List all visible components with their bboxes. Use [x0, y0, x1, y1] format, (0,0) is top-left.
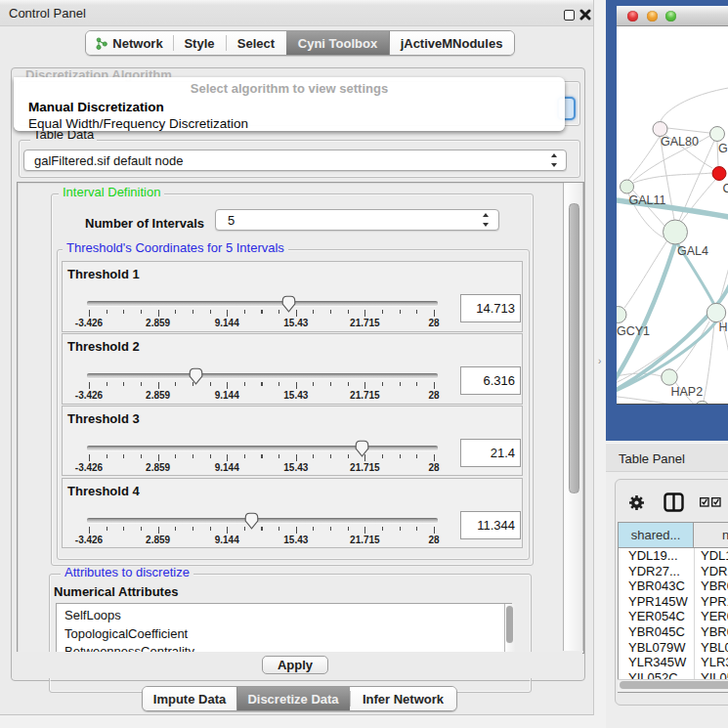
svg-text:GCY1: GCY1	[617, 324, 650, 338]
svg-text:GAL80: GAL80	[661, 135, 699, 149]
svg-text:GAL4: GAL4	[677, 244, 708, 258]
svg-text:H: H	[719, 321, 728, 334]
svg-text:G.: G.	[718, 142, 728, 155]
svg-text:C: C	[723, 182, 728, 195]
svg-text:HAP2: HAP2	[671, 385, 704, 399]
svg-text:GAL11: GAL11	[629, 193, 666, 207]
